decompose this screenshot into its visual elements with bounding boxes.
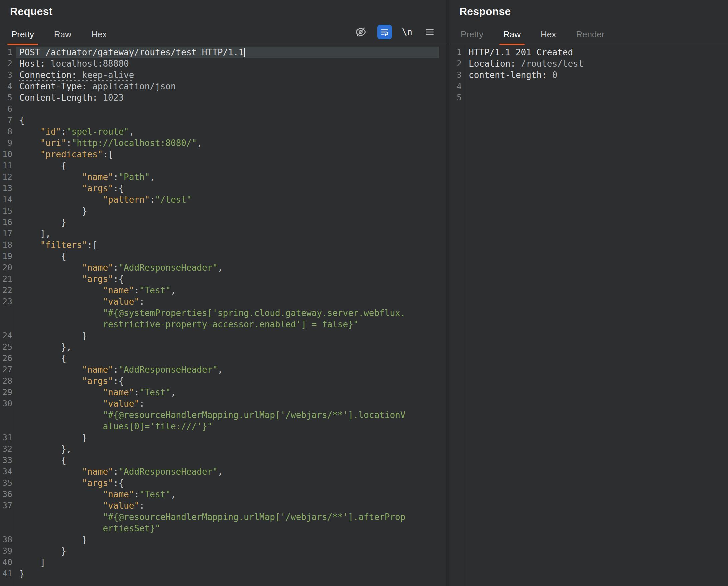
code-line[interactable]: 3Connection: keep-alive [0,69,439,81]
code-text: } [16,568,439,579]
request-title: Request [10,5,446,18]
code-line[interactable]: 27 "name":"AddResponseHeader", [0,364,439,375]
response-editor[interactable]: 1HTTP/1.1 201 Created2Location: /routes/… [449,45,728,586]
code-line[interactable]: 20 "name":"AddResponseHeader", [0,262,439,273]
soft-wrap-icon[interactable] [377,25,392,39]
text-caret [244,48,245,57]
response-tab-hex[interactable]: Hex [539,29,557,45]
code-line[interactable]: 39 } [0,545,439,557]
code-line[interactable]: 37 "value": [0,500,439,511]
code-text: } [16,432,439,443]
line-number: 1 [0,47,16,58]
line-number: 38 [0,534,16,545]
code-line[interactable]: alues[0]='file:///'}" [0,421,439,432]
line-number [0,523,16,534]
code-text: { [16,160,439,171]
code-line[interactable]: 35 "args":{ [0,477,439,489]
response-tab-raw[interactable]: Raw [502,29,522,45]
code-text: "args":{ [16,375,439,387]
code-line[interactable]: 33 { [0,455,439,466]
line-number: 5 [0,92,16,103]
code-line[interactable]: 38 } [0,534,439,545]
code-line[interactable]: 18 "filters":[ [0,239,439,251]
code-line[interactable]: restrictive-property-accessor.enabled'] … [0,319,439,330]
request-header: Request Pretty Raw Hex [0,0,446,45]
code-line[interactable]: 24 } [0,330,439,341]
code-line[interactable]: 31 } [0,432,439,443]
code-line[interactable]: 26 { [0,353,439,364]
code-line[interactable]: 36 "name":"Test", [0,489,439,500]
line-number [0,421,16,432]
code-text: Content-Length: 1023 [16,92,439,103]
line-number [0,409,16,421]
menu-icon[interactable] [422,25,437,39]
code-line[interactable]: 2Location: /routes/test [449,58,721,69]
code-line[interactable]: "#{@systemProperties['spring.cloud.gatew… [0,307,439,319]
code-text: }, [16,341,439,353]
eye-off-icon[interactable] [353,25,368,39]
request-tab-hex[interactable]: Hex [90,29,108,45]
code-line[interactable]: 34 "name":"AddResponseHeader", [0,466,439,477]
code-line[interactable]: 3content-length: 0 [449,69,721,81]
code-line[interactable]: 4 [449,81,721,92]
line-number: 30 [0,398,16,409]
code-line[interactable]: 21 "args":{ [0,273,439,285]
code-line[interactable]: 6 [0,103,439,114]
code-line[interactable]: 9 "uri":"http://localhost:8080/", [0,137,439,149]
code-text: Connection: keep-alive [16,69,439,81]
code-line[interactable]: 1POST /actuator/gateway/routes/test HTTP… [0,47,439,58]
line-number: 10 [0,149,16,160]
response-tab-pretty[interactable]: Pretty [459,29,485,45]
panel-splitter[interactable] [446,0,449,586]
response-tab-render[interactable]: Render [575,29,606,45]
request-editor[interactable]: 1POST /actuator/gateway/routes/test HTTP… [0,45,446,586]
code-text: "uri":"http://localhost:8080/", [16,137,439,149]
code-line[interactable]: "#{@resourceHandlerMapping.urlMap['/webj… [0,409,439,421]
code-line[interactable]: 10 "predicates":[ [0,149,439,160]
line-number: 18 [0,239,16,251]
code-line[interactable]: ertiesSet}" [0,523,439,534]
code-line[interactable]: 16 } [0,216,439,228]
code-text: "#{@resourceHandlerMapping.urlMap['/webj… [16,409,439,421]
code-line[interactable]: 19 { [0,251,439,262]
request-tab-pretty[interactable]: Pretty [10,29,35,45]
code-text: "#{@resourceHandlerMapping.urlMap['/webj… [16,511,439,523]
code-line[interactable]: 41} [0,568,439,579]
line-number: 8 [0,126,16,137]
code-line[interactable]: 30 "value": [0,398,439,409]
code-line[interactable]: 14 "pattern":"/test" [0,194,439,205]
code-line[interactable]: "#{@resourceHandlerMapping.urlMap['/webj… [0,511,439,523]
code-line[interactable]: 4Content-Type: application/json [0,81,439,92]
code-line[interactable]: 40 ] [0,557,439,568]
code-text: Location: /routes/test [465,58,721,69]
line-number [0,307,16,319]
code-line[interactable]: 12 "name":"Path", [0,171,439,183]
response-tabbar: Pretty Raw Hex Render [459,29,623,45]
code-line[interactable]: 8 "id":"spel-route", [0,126,439,137]
request-tab-raw[interactable]: Raw [53,29,73,45]
code-text: } [16,545,439,557]
code-line[interactable]: 7{ [0,114,439,126]
code-line[interactable]: 25 }, [0,341,439,353]
code-line[interactable]: 11 { [0,160,439,171]
code-line[interactable]: 29 "name":"Test", [0,387,439,398]
code-line[interactable]: 23 "value": [0,296,439,307]
code-line[interactable]: 5Content-Length: 1023 [0,92,439,103]
line-number: 31 [0,432,16,443]
code-line[interactable]: 17 ], [0,228,439,239]
newline-toggle[interactable]: \n [401,25,413,39]
code-line[interactable]: 28 "args":{ [0,375,439,387]
request-tabbar: Pretty Raw Hex [10,29,125,45]
code-line[interactable]: 1HTTP/1.1 201 Created [449,47,721,58]
line-number: 1 [449,47,465,58]
code-line[interactable]: 13 "args":{ [0,183,439,194]
code-line[interactable]: 15 } [0,205,439,216]
line-number: 5 [449,92,465,103]
line-number: 41 [0,568,16,579]
code-text: "value": [16,296,439,307]
code-line[interactable]: 22 "name":"Test", [0,285,439,296]
code-text: "pattern":"/test" [16,194,439,205]
code-line[interactable]: 32 }, [0,443,439,455]
code-line[interactable]: 5 [449,92,721,103]
code-line[interactable]: 2Host: localhost:88880 [0,58,439,69]
